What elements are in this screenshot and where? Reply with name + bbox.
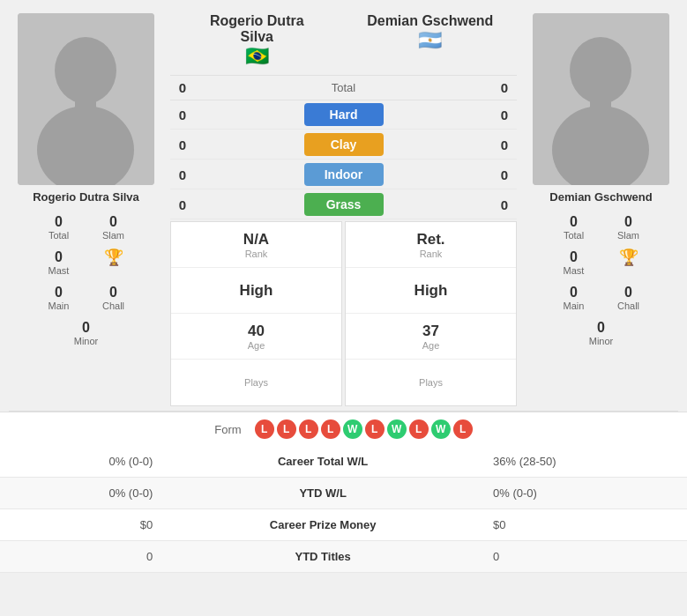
right-age-label: Age: [422, 340, 440, 351]
indoor-score-right: 0: [492, 167, 517, 182]
right-rank-label: Rank: [420, 249, 443, 259]
hard-badge-container: Hard: [198, 103, 489, 126]
clay-badge: Clay: [304, 133, 384, 156]
right-trophy-icon: 🏆: [602, 246, 655, 279]
ytd-titles-row: 0 YTD Titles 0: [0, 541, 687, 573]
right-minor-stat: 0 Minor: [575, 316, 628, 350]
ytd-wl-row: 0% (0-0) YTD W/L 0% (0-0): [0, 478, 687, 509]
main-container: Rogerio Dutra Silva 0 Total 0 Slam 0 Mas…: [0, 0, 687, 573]
surface-row-hard: 0 Hard 0: [170, 100, 517, 130]
form-badge-1: L: [255, 419, 274, 439]
prize-row: $0 Career Prize Money $0: [0, 509, 687, 541]
indoor-score-left: 0: [170, 167, 195, 182]
right-plays-cell: Plays: [346, 360, 516, 405]
prize-right: $0: [475, 509, 687, 541]
right-rank-cell: Ret. Rank: [346, 222, 516, 268]
form-badge-5: W: [343, 419, 362, 439]
grass-badge: Grass: [304, 193, 384, 216]
left-info-panel: N/A Rank High 40 Age Plays: [170, 221, 342, 406]
ytd-titles-right: 0: [475, 541, 687, 573]
grass-badge-container: Grass: [198, 193, 489, 216]
surface-row-indoor: 0 Indoor 0: [170, 160, 517, 189]
left-age-cell: 40 Age: [171, 314, 341, 360]
total-label-container: Total: [198, 81, 489, 94]
clay-score-left: 0: [170, 137, 195, 152]
clay-score-right: 0: [492, 137, 517, 152]
stats-table: 0% (0-0) Career Total W/L 36% (28-50) 0%…: [0, 446, 687, 573]
right-mast-stat: 0 Mast: [548, 246, 601, 279]
left-main-stat: 0 Main: [33, 281, 86, 315]
right-name-flag: Demian Gschwend 🇦🇷: [344, 13, 518, 68]
right-info-panel: Ret. Rank High 37 Age Plays: [345, 221, 517, 406]
svg-rect-3: [75, 97, 96, 115]
hard-score-right: 0: [492, 108, 517, 122]
surface-row-clay: 0 Clay 0: [170, 130, 517, 160]
right-player-avatar: [533, 13, 669, 185]
total-score-right: 0: [492, 80, 517, 95]
right-player-stats: 0 Total 0 Slam 0 Mast 🏆 0 Main: [524, 211, 678, 350]
left-name-flag: Rogerio DutraSilva 🇧🇷: [170, 13, 344, 68]
form-badge-3: L: [299, 419, 318, 439]
total-label: Total: [332, 81, 355, 94]
left-player-stats: 0 Total 0 Slam 0 Mast 🏆 0 Main: [9, 211, 163, 350]
right-slam-stat: 0 Slam: [602, 211, 655, 244]
left-player-name-center: Rogerio DutraSilva: [210, 13, 304, 45]
career-wl-row: 0% (0-0) Career Total W/L 36% (28-50): [0, 446, 687, 478]
ytd-wl-left: 0% (0-0): [0, 478, 170, 509]
right-player-name-center: Demian Gschwend: [367, 13, 493, 29]
left-age-label: Age: [248, 340, 265, 351]
right-high-value: High: [414, 282, 448, 300]
right-high-cell: High: [346, 268, 516, 314]
right-flag: 🇦🇷: [418, 29, 442, 52]
form-badge-6: L: [365, 419, 385, 439]
form-badge-7: W: [387, 419, 407, 439]
grass-score-right: 0: [492, 197, 517, 212]
indoor-badge-container: Indoor: [198, 163, 489, 186]
hard-badge: Hard: [304, 103, 384, 126]
left-trophy-icon: 🏆: [87, 246, 140, 279]
left-minor-stat: 0 Minor: [60, 316, 113, 350]
total-score-left: 0: [170, 80, 195, 95]
left-high-value: High: [240, 282, 273, 300]
left-total-stat: 0 Total: [33, 211, 86, 244]
left-flag: 🇧🇷: [245, 45, 269, 68]
grass-score-left: 0: [170, 197, 195, 212]
left-mast-stat: 0 Mast: [33, 246, 86, 279]
clay-badge-container: Clay: [198, 133, 489, 156]
left-rank-value: N/A: [243, 231, 269, 249]
left-plays-cell: Plays: [171, 360, 341, 405]
form-label: Form: [214, 423, 241, 436]
indoor-badge: Indoor: [304, 163, 384, 186]
svg-point-5: [570, 37, 631, 104]
form-badge-8: L: [409, 419, 429, 439]
prize-left: $0: [0, 509, 170, 541]
left-age-value: 40: [248, 323, 265, 340]
info-panels-area: N/A Rank High 40 Age Plays: [170, 221, 517, 406]
left-player-col: Rogerio Dutra Silva 0 Total 0 Slam 0 Mas…: [9, 13, 163, 350]
career-wl-label: Career Total W/L: [170, 446, 475, 478]
left-rank-cell: N/A Rank: [171, 222, 341, 268]
ytd-titles-label: YTD Titles: [170, 541, 475, 573]
right-chall-stat: 0 Chall: [602, 281, 655, 315]
form-row: Form L L L L W L W L W L: [0, 412, 687, 446]
right-age-value: 37: [422, 323, 439, 340]
surfaces-block: 0 Hard 0 0 Clay 0 0: [170, 100, 517, 219]
surface-row-grass: 0 Grass 0: [170, 190, 517, 219]
total-row: 0 Total 0: [170, 75, 517, 100]
form-badge-10: L: [453, 419, 473, 439]
right-player-name: Demian Gschwend: [549, 190, 652, 204]
form-badge-4: L: [321, 419, 340, 439]
left-plays-label: Plays: [244, 377, 268, 388]
form-badge-9: W: [431, 419, 451, 439]
right-plays-label: Plays: [419, 377, 443, 388]
right-main-stat: 0 Main: [548, 281, 601, 315]
ytd-wl-label: YTD W/L: [170, 478, 475, 509]
ytd-wl-right: 0% (0-0): [475, 478, 687, 509]
right-rank-value: Ret.: [416, 231, 444, 249]
left-player-avatar: [18, 13, 154, 185]
left-rank-label: Rank: [245, 249, 268, 259]
center-col: Rogerio DutraSilva 🇧🇷 Demian Gschwend 🇦🇷…: [170, 13, 517, 406]
left-slam-stat: 0 Slam: [87, 211, 140, 244]
prize-label: Career Prize Money: [170, 509, 475, 541]
svg-point-1: [55, 37, 116, 104]
